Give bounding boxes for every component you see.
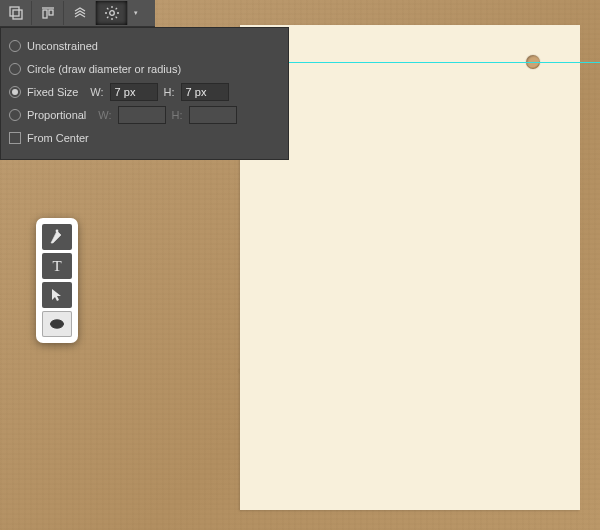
mini-tool-palette[interactable]: T [36,218,78,343]
align-icon[interactable] [32,1,64,25]
option-label: Unconstrained [27,40,98,52]
radio-unconstrained[interactable] [9,40,21,52]
radio-fixed-size[interactable] [9,86,21,98]
svg-rect-1 [13,10,22,19]
height-input-disabled [189,106,237,124]
chevron-down-icon[interactable]: ▾ [128,9,144,17]
svg-rect-0 [10,7,19,16]
radio-proportional[interactable] [9,109,21,121]
svg-rect-4 [49,10,53,15]
option-label: Fixed Size [27,86,78,98]
shape-options-panel: Unconstrained Circle (draw diameter or r… [0,27,289,160]
option-label: Proportional [27,109,86,121]
svg-rect-3 [43,10,47,18]
width-input[interactable]: 7 px [110,83,158,101]
height-label: H: [164,86,175,98]
height-label: H: [172,109,183,121]
option-label: From Center [27,132,89,144]
radio-circle[interactable] [9,63,21,75]
pen-tool[interactable] [42,224,72,250]
options-toolbar: ▾ [0,0,155,27]
ellipse-tool[interactable] [42,311,72,337]
width-input-disabled [118,106,166,124]
width-label: W: [98,109,111,121]
svg-point-5 [109,11,114,16]
option-label: Circle (draw diameter or radius) [27,63,181,75]
gear-icon[interactable] [96,1,128,25]
path-align-icon[interactable] [0,1,32,25]
path-selection-tool[interactable] [42,282,72,308]
type-tool[interactable]: T [42,253,72,279]
height-input[interactable]: 7 px [181,83,229,101]
svg-point-8 [51,320,64,328]
svg-text:T: T [52,258,61,274]
layers-arrange-icon[interactable] [64,1,96,25]
checkbox-from-center[interactable] [9,132,21,144]
svg-point-6 [56,230,59,233]
document-page [240,25,580,510]
width-label: W: [90,86,103,98]
